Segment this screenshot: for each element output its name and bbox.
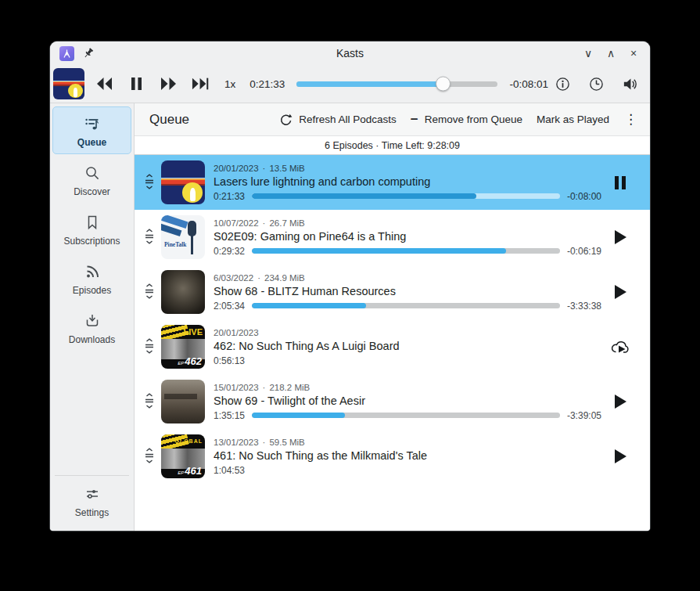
drag-handle-icon[interactable]: [141, 447, 158, 466]
maximize-button[interactable]: ∧: [604, 46, 618, 60]
sidebar-label: Queue: [77, 137, 106, 148]
seek-forward-button[interactable]: [160, 75, 177, 92]
sidebar-item-downloads[interactable]: Downloads: [52, 304, 131, 351]
queue-page: Queue Refresh All Podcasts − Remove from…: [135, 103, 650, 531]
episode-remaining: -0:06:19: [567, 246, 601, 257]
refresh-label: Refresh All Podcasts: [299, 114, 397, 125]
episode-artwork: GLOBAL EP461: [161, 434, 205, 478]
minus-icon: −: [411, 116, 418, 124]
toolbar-icons: [553, 74, 639, 93]
sidebar-label: Episodes: [73, 285, 111, 296]
sidebar-item-subscriptions[interactable]: Subscriptions: [52, 205, 131, 253]
episode-meta: 20/01/2023·13.5 MiB: [214, 164, 601, 173]
drag-handle-icon[interactable]: [141, 337, 158, 356]
episode-elapsed: 2:05:34: [214, 301, 245, 312]
skip-next-button[interactable]: [192, 75, 209, 92]
remove-label: Remove from Queue: [425, 114, 522, 125]
elapsed-time: 0:21:33: [249, 78, 285, 90]
queue-summary: 6 Episodes · Time Left: 9:28:09: [135, 136, 650, 155]
episode-row[interactable]: 6/03/2022·234.9 MiB Show 68 - BLITZ Huma…: [135, 265, 650, 319]
playback-rate-button[interactable]: 1x: [224, 78, 235, 90]
mark-as-played-button[interactable]: Mark as Played: [529, 110, 616, 129]
episode-artwork: [161, 380, 205, 423]
volume-button[interactable]: [620, 74, 639, 93]
episode-progressbar: [252, 413, 560, 418]
seek-slider-handle[interactable]: [436, 77, 451, 92]
remove-from-queue-button[interactable]: − Remove from Queue: [404, 110, 529, 129]
episode-elapsed: 0:29:32: [214, 246, 245, 257]
sidebar-label: Settings: [75, 507, 109, 518]
play-episode-button[interactable]: [601, 449, 639, 464]
kasts-window: Kasts ∨ ∧ ×: [50, 41, 650, 531]
episode-row[interactable]: 20/01/2023·13.5 MiB Lasers lure lightnin…: [135, 155, 650, 210]
bookmark-icon: [83, 213, 102, 232]
sidebar-item-discover[interactable]: Discover: [52, 156, 131, 204]
episode-progressbar: [252, 248, 560, 254]
episode-artwork: [161, 160, 205, 204]
play-episode-button[interactable]: [601, 284, 639, 300]
episode-title: S02E09: Gaming on Pine64 is a Thing: [214, 230, 601, 243]
episode-title: Lasers lure lightning and carbon computi…: [214, 175, 601, 188]
episode-title: 462: No Such Thing As A Luigi Board: [214, 340, 601, 352]
episode-info-button[interactable]: [553, 74, 572, 93]
app-icon[interactable]: [59, 46, 74, 61]
episode-progressbar: [252, 193, 560, 199]
close-button[interactable]: ×: [626, 46, 641, 60]
sidebar: Queue Discover Subscriptions: [50, 103, 135, 531]
titlebar: Kasts ∨ ∧ ×: [50, 41, 650, 65]
episode-artwork: [161, 270, 205, 314]
episode-row[interactable]: LIVE EP462 20/01/2023 462: No Such Thing…: [135, 319, 650, 374]
pause-episode-button[interactable]: [601, 175, 639, 190]
episode-elapsed: 0:21:33: [214, 191, 245, 202]
episode-meta: 20/01/2023: [214, 328, 601, 337]
episode-remaining: -3:39:05: [567, 410, 601, 421]
rss-icon: [83, 262, 102, 281]
minimize-button[interactable]: ∨: [581, 46, 595, 60]
episode-remaining: -0:08:00: [567, 191, 601, 202]
episode-duration: 0:56:13: [214, 355, 245, 366]
pin-icon[interactable]: [82, 47, 95, 59]
episode-title: 461: No Such Thing as the Milkmaid's Tal…: [214, 449, 601, 462]
window-controls: ∨ ∧ ×: [581, 46, 641, 60]
episode-meta: 10/07/2022·26.7 MiB: [214, 218, 601, 228]
overflow-menu-button[interactable]: ⋮: [618, 108, 644, 131]
window-title: Kasts: [50, 47, 650, 59]
mark-label: Mark as Played: [537, 114, 609, 125]
remaining-time: -0:08:01: [509, 78, 548, 90]
sidebar-item-episodes[interactable]: Episodes: [52, 254, 131, 302]
seek-backward-button[interactable]: [95, 75, 113, 92]
play-episode-button[interactable]: [601, 394, 639, 409]
drag-handle-icon[interactable]: [141, 228, 158, 247]
sleep-timer-button[interactable]: [587, 74, 605, 93]
sidebar-item-settings[interactable]: Settings: [52, 477, 131, 524]
episode-list: 20/01/2023·13.5 MiB Lasers lure lightnin…: [135, 155, 650, 531]
episode-artwork: LIVE EP462: [161, 325, 205, 369]
episode-title: Show 69 - Twilight of the Aesir: [214, 395, 601, 407]
drag-handle-icon[interactable]: [141, 173, 158, 192]
play-episode-button[interactable]: [601, 229, 639, 245]
playlist-icon: [83, 114, 102, 133]
media-controls: [95, 75, 209, 92]
stream-episode-button[interactable]: [601, 338, 639, 355]
sidebar-label: Subscriptions: [63, 236, 120, 247]
sidebar-label: Discover: [74, 186, 110, 197]
seek-slider[interactable]: [296, 81, 497, 87]
episode-row[interactable]: GLOBAL EP461 13/01/2023·59.5 MiB 461: No…: [135, 429, 650, 484]
sidebar-separator: [55, 475, 129, 476]
refresh-all-button[interactable]: Refresh All Podcasts: [273, 110, 404, 130]
episode-artwork: PineTalk: [161, 215, 205, 259]
search-icon: [83, 164, 102, 182]
player-toolbar: 1x 0:21:33 -0:08:01: [50, 65, 650, 103]
drag-handle-icon[interactable]: [141, 392, 158, 411]
episode-meta: 15/01/2023·218.2 MiB: [214, 383, 601, 392]
pause-button[interactable]: [127, 75, 145, 92]
episode-meta: 13/01/2023·59.5 MiB: [214, 438, 601, 447]
main-area: Queue Discover Subscriptions: [50, 103, 650, 531]
download-icon: [83, 312, 102, 330]
drag-handle-icon[interactable]: [141, 283, 158, 301]
episode-row[interactable]: PineTalk 10/07/2022·26.7 MiB S02E09: Gam…: [135, 210, 650, 265]
queue-header: Queue Refresh All Podcasts − Remove from…: [135, 103, 650, 136]
now-playing-artwork[interactable]: [53, 68, 84, 99]
sidebar-item-queue[interactable]: Queue: [52, 106, 131, 154]
episode-row[interactable]: 15/01/2023·218.2 MiB Show 69 - Twilight …: [135, 374, 650, 429]
